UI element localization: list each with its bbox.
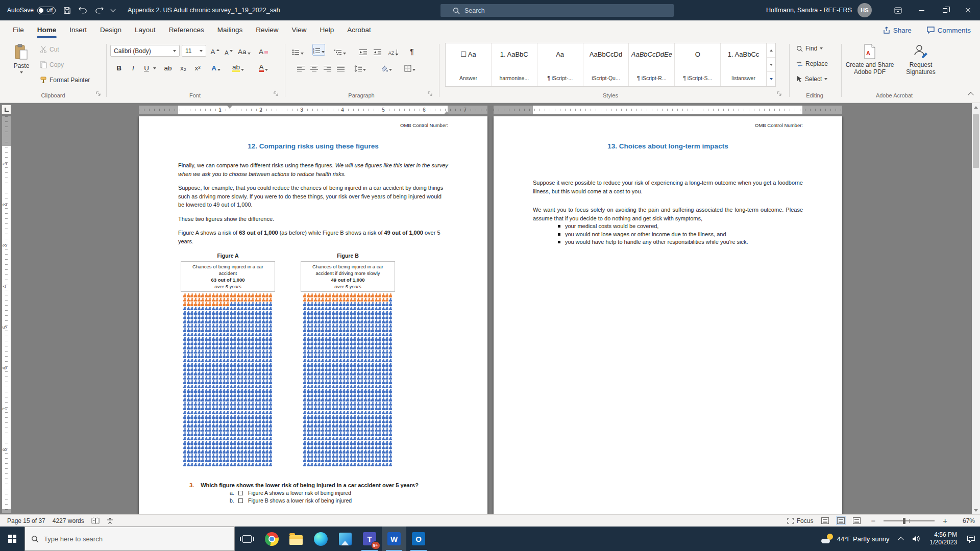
edge-taskbar-button[interactable] xyxy=(308,527,333,551)
styles-gallery-more-icon[interactable] xyxy=(767,72,775,86)
checkbox-icon[interactable] xyxy=(238,498,243,503)
start-button[interactable] xyxy=(0,527,24,551)
file-explorer-taskbar-button[interactable] xyxy=(284,527,308,551)
tab-file[interactable]: File xyxy=(6,20,31,40)
tab-references[interactable]: References xyxy=(162,20,211,40)
increase-indent-button[interactable] xyxy=(372,45,383,57)
accessibility-icon[interactable] xyxy=(107,517,113,524)
underline-button[interactable]: U xyxy=(141,61,152,73)
multilevel-list-button[interactable] xyxy=(334,45,346,57)
replace-button[interactable]: Replace xyxy=(796,60,828,67)
customize-qat-chevron-icon[interactable] xyxy=(111,9,115,11)
autosave-toggle[interactable]: AutoSave Off xyxy=(7,7,56,14)
taskbar-search[interactable] xyxy=(24,527,235,551)
word-count[interactable]: 4227 words xyxy=(53,517,84,524)
tab-layout[interactable]: Layout xyxy=(128,20,162,40)
format-painter-button[interactable]: Format Painter xyxy=(40,77,90,84)
styles-dialog-launcher-icon[interactable] xyxy=(777,91,784,98)
font-color-button[interactable]: A xyxy=(258,61,269,73)
font-name-dropdown-icon[interactable] xyxy=(173,50,176,52)
scroll-down-icon[interactable] xyxy=(972,506,980,514)
zoom-out-button[interactable]: − xyxy=(871,516,875,525)
right-indent-marker[interactable] xyxy=(444,111,449,114)
undo-icon[interactable] xyxy=(79,7,87,14)
collapse-ribbon-icon[interactable] xyxy=(968,92,973,97)
task-view-button[interactable] xyxy=(235,527,259,551)
change-case-button[interactable]: Aa xyxy=(238,45,251,57)
tab-home[interactable]: Home xyxy=(31,20,63,40)
superscript-button[interactable]: x² xyxy=(192,61,203,73)
grow-font-button[interactable]: A xyxy=(209,45,220,57)
action-center-button[interactable] xyxy=(962,527,980,551)
zoom-slider[interactable] xyxy=(884,520,935,521)
read-mode-button[interactable] xyxy=(821,517,829,524)
ribbon-display-options-icon[interactable] xyxy=(886,0,910,20)
account-area[interactable]: Hoffmann, Sandra - REE-ERS HS xyxy=(766,0,872,20)
search-bar[interactable] xyxy=(440,4,674,17)
tab-review[interactable]: Review xyxy=(249,20,285,40)
restore-button[interactable] xyxy=(933,0,957,20)
shading-button[interactable] xyxy=(381,61,392,73)
subscript-button[interactable]: x₂ xyxy=(178,61,189,73)
show-formatting-marks-button[interactable]: ¶ xyxy=(406,45,418,57)
weather-button[interactable]: 44°F Partly sunny xyxy=(817,527,894,551)
photos-taskbar-button[interactable] xyxy=(333,527,357,551)
proofing-icon[interactable] xyxy=(91,517,100,524)
page-indicator[interactable]: Page 15 of 37 xyxy=(7,517,45,524)
volume-button[interactable] xyxy=(908,527,925,551)
decrease-indent-button[interactable] xyxy=(357,45,369,57)
create-share-pdf-button[interactable]: A Create and Share Adobe PDF xyxy=(845,44,894,76)
copy-button[interactable]: Copy xyxy=(40,61,64,68)
justify-button[interactable] xyxy=(335,61,346,73)
tab-insert[interactable]: Insert xyxy=(63,20,93,40)
style-iscript-qu[interactable]: AaBbCcDd iScript-Qu... xyxy=(583,43,629,86)
align-center-button[interactable] xyxy=(308,61,320,73)
taskbar-search-input[interactable] xyxy=(44,535,212,543)
zoom-slider-thumb[interactable] xyxy=(903,518,905,524)
text-highlight-button[interactable]: ab xyxy=(232,61,244,73)
shrink-font-button[interactable]: A xyxy=(223,45,234,57)
zoom-in-button[interactable]: + xyxy=(943,516,947,525)
redo-icon[interactable] xyxy=(95,7,104,14)
font-name-combo[interactable]: Calibri (Body) xyxy=(110,45,180,57)
clear-formatting-button[interactable]: A xyxy=(258,45,269,57)
vertical-scrollbar[interactable] xyxy=(972,103,980,514)
cut-button[interactable]: Cut xyxy=(40,46,59,53)
close-button[interactable] xyxy=(957,0,980,20)
teams-taskbar-button[interactable]: T 9+ xyxy=(357,527,382,551)
tab-mailings[interactable]: Mailings xyxy=(211,20,250,40)
line-spacing-button[interactable] xyxy=(354,61,366,73)
zoom-percent[interactable]: 67% xyxy=(963,517,975,524)
align-left-button[interactable] xyxy=(295,61,306,73)
styles-scroll-down-icon[interactable] xyxy=(767,58,775,72)
share-button[interactable]: Share xyxy=(883,27,912,34)
print-layout-button[interactable] xyxy=(837,517,845,524)
style-listanswer[interactable]: 1. AaBbCc listanswer xyxy=(721,43,767,86)
scroll-up-icon[interactable] xyxy=(972,103,980,111)
save-icon[interactable] xyxy=(63,7,71,14)
tab-stop-selector[interactable] xyxy=(2,105,11,114)
word-taskbar-button[interactable]: W xyxy=(382,527,406,551)
style-harmonise[interactable]: 1. AaBbC harmonise... xyxy=(492,43,537,86)
numbering-button[interactable]: 123 xyxy=(312,44,325,56)
checkbox-icon[interactable] xyxy=(238,491,243,495)
paste-button[interactable]: Paste xyxy=(8,44,35,73)
underline-dropdown-icon[interactable] xyxy=(153,67,156,69)
web-layout-button[interactable] xyxy=(853,517,861,524)
font-size-combo[interactable]: 11 xyxy=(182,45,206,57)
style-iscript-s[interactable]: O ¶ iScript-S... xyxy=(675,43,721,86)
style-iscript-r[interactable]: AaBbCcDdEe ¶ iScript-R... xyxy=(629,43,675,86)
font-dialog-launcher-icon[interactable] xyxy=(274,91,281,98)
focus-button[interactable]: Focus xyxy=(787,517,814,524)
font-size-dropdown-icon[interactable] xyxy=(200,50,203,52)
bullets-button[interactable] xyxy=(292,45,304,57)
chrome-taskbar-button[interactable] xyxy=(259,527,284,551)
outlook-taskbar-button[interactable]: O xyxy=(406,527,431,551)
borders-button[interactable] xyxy=(404,61,415,73)
tab-design[interactable]: Design xyxy=(93,20,128,40)
search-input[interactable] xyxy=(464,7,648,14)
first-line-indent-marker[interactable] xyxy=(227,106,232,109)
autosave-switch[interactable]: Off xyxy=(37,7,56,14)
strikethrough-button[interactable]: ab xyxy=(162,61,174,73)
clipboard-dialog-launcher-icon[interactable] xyxy=(96,91,103,98)
